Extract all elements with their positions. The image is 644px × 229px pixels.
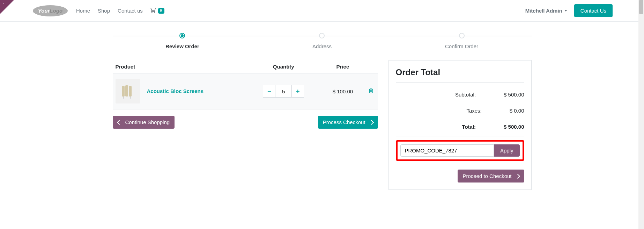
quantity-stepper: − +: [248, 85, 319, 98]
user-name: Mitchell Admin: [525, 8, 562, 14]
wizard-step-address[interactable]: Address: [252, 33, 392, 49]
wizard-step-confirm[interactable]: Confirm Order: [392, 33, 532, 49]
cart-table: Product Quantity Price Acoustic Bloc S: [113, 60, 378, 109]
logo[interactable]: YourLogo: [31, 5, 69, 17]
svg-text:YourLogo: YourLogo: [38, 8, 62, 14]
total-value: $ 500.00: [504, 124, 524, 130]
order-total-title: Order Total: [396, 67, 524, 77]
step-label: Confirm Order: [392, 43, 532, 49]
svg-rect-3: [125, 85, 128, 96]
svg-rect-2: [122, 86, 125, 96]
promo-highlight-box: Apply: [396, 140, 524, 161]
cart-link[interactable]: 5: [150, 7, 165, 15]
scrollbar[interactable]: [638, 0, 644, 190]
qty-increase-button[interactable]: +: [291, 85, 304, 98]
price-cell: $ 100.00: [321, 73, 364, 109]
process-checkout-button[interactable]: Process Checkout: [318, 116, 378, 129]
svg-rect-4: [129, 86, 132, 96]
checkout-wizard: Review Order Address Confirm Order: [113, 33, 532, 50]
step-label: Address: [252, 43, 392, 49]
caret-down-icon: [564, 10, 567, 12]
wizard-step-review[interactable]: Review Order: [113, 33, 252, 49]
total-label: Total:: [396, 124, 476, 130]
continue-shopping-button[interactable]: Continue Shopping: [113, 116, 175, 129]
subtotal-label: Subtotal:: [396, 92, 476, 98]
nav-home[interactable]: Home: [76, 8, 90, 14]
nav-contact[interactable]: Contact us: [118, 8, 143, 14]
remove-item-button[interactable]: [364, 73, 378, 109]
cart-count-badge: 5: [158, 8, 165, 14]
promo-code-input[interactable]: [400, 144, 494, 157]
button-label: Proceed to Checkout: [462, 173, 511, 179]
cart-icon: [150, 7, 157, 15]
contact-us-button[interactable]: Contact Us: [574, 4, 613, 17]
step-dot-icon: [179, 33, 185, 38]
th-product: Product: [113, 60, 246, 73]
taxes-label: Taxes:: [396, 108, 482, 114]
nav-shop[interactable]: Shop: [98, 8, 110, 14]
table-row: Acoustic Bloc Screens − + $ 100.00: [113, 73, 378, 109]
navbar: YourLogo Home Shop Contact us 5 Mitchell…: [0, 0, 644, 22]
nav-links: Home Shop Contact us: [76, 8, 143, 14]
button-label: Continue Shopping: [125, 119, 170, 125]
th-price: Price: [321, 60, 364, 73]
order-summary-panel: Order Total Subtotal: $ 500.00 Taxes: $ …: [388, 60, 532, 190]
apply-promo-button[interactable]: Apply: [494, 144, 520, 157]
th-quantity: Quantity: [245, 60, 321, 73]
qty-input[interactable]: [275, 85, 291, 98]
product-name-link[interactable]: Acoustic Bloc Screens: [147, 88, 204, 94]
qty-decrease-button[interactable]: −: [263, 85, 275, 98]
scrollbar-thumb[interactable]: [639, 0, 643, 14]
step-dot-icon: [319, 33, 325, 38]
proceed-checkout-button[interactable]: Proceed to Checkout: [458, 170, 524, 183]
step-dot-icon: [459, 33, 465, 38]
button-label: Process Checkout: [323, 119, 365, 125]
subtotal-value: $ 500.00: [504, 92, 524, 98]
product-image[interactable]: [116, 79, 140, 103]
user-menu[interactable]: Mitchell Admin: [525, 8, 567, 14]
app-switcher-corner[interactable]: [0, 0, 14, 14]
step-label: Review Order: [113, 43, 252, 49]
taxes-value: $ 0.00: [510, 108, 524, 114]
